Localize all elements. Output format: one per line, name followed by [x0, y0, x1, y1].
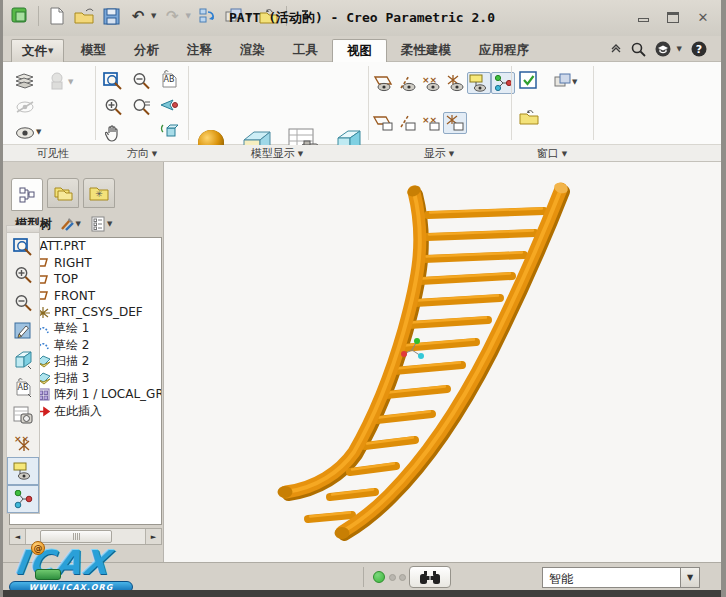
repaint-toolbar-button[interactable]: [7, 317, 39, 345]
tab-model-tree[interactable]: [11, 178, 43, 211]
maximize-button[interactable]: [665, 10, 681, 24]
tree-settings-icon[interactable]: [59, 216, 75, 232]
fly-through-button[interactable]: [157, 94, 181, 116]
visibility-dropdown-arrow-icon: ▼: [68, 78, 73, 86]
minimize-button[interactable]: [635, 10, 651, 24]
group-show-arrow-icon: ▼: [449, 150, 454, 158]
close-button[interactable]: ✕: [695, 10, 711, 24]
datum-display-toolbar-button[interactable]: ××: [7, 429, 39, 457]
svg-text:✳: ✳: [95, 189, 103, 199]
display-style-toolbar-button[interactable]: [7, 345, 39, 373]
group-orientation-arrow-icon: ▼: [152, 150, 157, 158]
activate-window-button[interactable]: [517, 70, 541, 92]
toolbar-grip[interactable]: [7, 226, 39, 233]
graphics-area[interactable]: [163, 162, 721, 562]
tab-applications[interactable]: 应用程序: [465, 39, 543, 62]
axis-display-toggle[interactable]: [395, 72, 419, 94]
icax-train-graphic: [35, 569, 61, 580]
status-gray-indicator-icon: [389, 574, 396, 581]
tab-view[interactable]: 视图: [332, 39, 387, 62]
status-gray-indicator-icon: [399, 574, 406, 581]
saved-orientations-toolbar-button[interactable]: AB: [7, 373, 39, 401]
tree-structure-icon: [18, 186, 36, 204]
group-orientation[interactable]: 方向▼: [98, 146, 186, 161]
group-model-display-arrow-icon: ▼: [298, 150, 303, 158]
scroll-left-arrow-icon[interactable]: ◄: [10, 529, 26, 544]
tab-favorites[interactable]: ✳: [83, 178, 115, 208]
zoom-in-toolbar-button[interactable]: [7, 261, 39, 289]
tab-flexible-modeling[interactable]: 柔性建模: [387, 39, 465, 62]
window-controls: ✕: [635, 10, 711, 24]
window-title: PATT (活动的) - Creo Parametric 2.0: [3, 9, 721, 27]
icax-logo-text: ICAX: [12, 543, 113, 582]
file-menu-button[interactable]: 文件 ▼: [11, 39, 64, 62]
zoom-in-button[interactable]: [101, 96, 125, 118]
saved-orientations-button[interactable]: AB: [157, 68, 181, 90]
search-icon[interactable]: [631, 42, 646, 57]
annotation-display-toggle[interactable]: [467, 72, 491, 94]
plane-tag-display-toggle[interactable]: [371, 112, 395, 134]
close-active-window-button[interactable]: [517, 106, 541, 128]
ribbon-view-tab-content: ▼ ▼ AB: [3, 62, 721, 145]
filter-dropdown-arrow-icon[interactable]: ▼: [680, 568, 699, 587]
csys-tag-display-toggle[interactable]: [443, 112, 467, 134]
view-manager-toolbar-button[interactable]: [7, 401, 39, 429]
point-display-toggle[interactable]: ××: [419, 72, 443, 94]
svg-text:?: ?: [696, 43, 702, 56]
main-area: AB ×× ✳: [3, 162, 721, 562]
tab-analysis[interactable]: 分析: [120, 39, 173, 62]
plane-display-toggle[interactable]: [371, 72, 395, 94]
zoom-out-toolbar-button[interactable]: [7, 289, 39, 317]
eye-dropdown-arrow-icon[interactable]: ▼: [36, 128, 41, 136]
tab-annotate[interactable]: 注释: [173, 39, 226, 62]
folder-stack-icon: [53, 184, 73, 202]
tree-filters-icon[interactable]: [91, 216, 106, 232]
status-green-indicator-icon: [373, 571, 385, 583]
find-view-button[interactable]: [129, 96, 153, 118]
windows-dropdown-arrow-icon[interactable]: ▼: [572, 78, 577, 86]
csys-display-toggle[interactable]: [443, 72, 467, 94]
folder-star-icon: ✳: [89, 185, 109, 201]
window-bottom-border: [3, 590, 721, 597]
selection-filter-combobox[interactable]: 智能 ▼: [542, 567, 700, 588]
unhide-eye-button: [13, 96, 37, 118]
community-dropdown-arrow-icon[interactable]: ▼: [677, 45, 682, 53]
selection-filter-value: 智能: [543, 568, 680, 587]
zoom-fit-toolbar-button[interactable]: [7, 233, 39, 261]
tab-render[interactable]: 渲染: [226, 39, 279, 62]
scrollbar-thumb[interactable]: [40, 530, 112, 543]
eye-display-button[interactable]: [13, 122, 37, 144]
spin-center-toolbar-button[interactable]: [7, 485, 39, 513]
find-binoculars-button[interactable]: [409, 566, 451, 588]
minimize-ribbon-icon[interactable]: [610, 44, 622, 54]
tab-model[interactable]: 模型: [67, 39, 120, 62]
reorient-button[interactable]: [157, 120, 181, 142]
group-show[interactable]: 显示▼: [369, 146, 509, 161]
zoom-fit-button[interactable]: [101, 70, 125, 92]
tab-folder-browser[interactable]: [47, 178, 79, 208]
axis-tag-display-toggle[interactable]: [395, 112, 419, 134]
binoculars-icon: [419, 570, 441, 585]
point-tag-display-toggle[interactable]: ××: [419, 112, 443, 134]
group-window[interactable]: 窗口▼: [513, 146, 591, 161]
ribbon-group-labels: 可见性 方向▼ 模型显示▼ 显示▼ 窗口▼: [3, 145, 721, 162]
icax-watermark: ICAX @ WWW.ICAX.ORG: [9, 547, 137, 593]
graphics-toolbar: AB ××: [6, 225, 40, 514]
svg-text:AB: AB: [17, 383, 28, 392]
tree-settings-arrow-icon[interactable]: ▼: [76, 220, 81, 228]
help-icon[interactable]: ?: [691, 41, 707, 57]
tab-tools[interactable]: 工具: [279, 39, 332, 62]
tree-filters-arrow-icon[interactable]: ▼: [107, 220, 112, 228]
group-model-display[interactable]: 模型显示▼: [189, 146, 365, 161]
scroll-right-arrow-icon[interactable]: ►: [145, 529, 161, 544]
layers-button[interactable]: [13, 70, 37, 92]
tree-panel-tabs: ✳: [11, 178, 115, 211]
3d-model-ladder[interactable]: [164, 162, 722, 562]
file-dropdown-arrow-icon: ▼: [48, 47, 53, 55]
community-icon[interactable]: [655, 41, 671, 57]
annotation-display-toolbar-button[interactable]: [7, 457, 39, 485]
zoom-out-button[interactable]: [129, 70, 153, 92]
svg-text:AB: AB: [163, 75, 174, 84]
pan-hand-button[interactable]: [101, 122, 125, 144]
ribbon-tab-row: 文件 ▼ 模型 分析 注释 渲染 工具 视图 柔性建模 应用程序 ▼ ?: [3, 36, 721, 62]
